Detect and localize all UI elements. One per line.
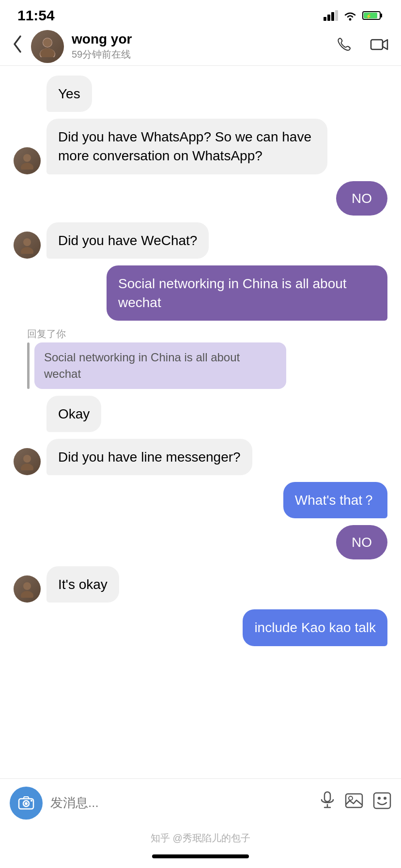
svg-point-19 bbox=[21, 464, 33, 470]
svg-text:⚡: ⚡ bbox=[366, 13, 372, 19]
svg-point-21 bbox=[21, 591, 33, 598]
signal-icon bbox=[324, 10, 338, 21]
sender-avatar bbox=[14, 448, 41, 475]
status-time: 11:54 bbox=[17, 7, 55, 24]
input-bar bbox=[0, 778, 401, 827]
message-bubble: What's that？ bbox=[283, 482, 387, 518]
reply-label: 回复了你 bbox=[27, 327, 387, 341]
message-row: Yes bbox=[14, 76, 387, 112]
svg-point-24 bbox=[25, 802, 28, 805]
svg-point-14 bbox=[23, 154, 31, 162]
sender-avatar bbox=[14, 575, 41, 603]
message-row: Did you have WhatsApp? So we can have mo… bbox=[14, 119, 387, 174]
message-row: It's okay bbox=[14, 566, 387, 603]
status-bar: 11:54 ⚡ bbox=[0, 0, 401, 27]
mic-button[interactable] bbox=[320, 791, 335, 815]
contact-name: wong yor bbox=[72, 31, 335, 47]
home-indicator bbox=[0, 850, 401, 868]
svg-rect-1 bbox=[327, 15, 330, 21]
back-button[interactable] bbox=[12, 34, 23, 58]
message-bubble: Okay bbox=[46, 396, 101, 432]
image-button[interactable] bbox=[345, 792, 363, 814]
input-actions bbox=[320, 791, 391, 815]
svg-rect-0 bbox=[324, 17, 326, 21]
message-row: NO bbox=[14, 525, 387, 559]
status-icons: ⚡ bbox=[324, 10, 384, 21]
svg-point-4 bbox=[349, 18, 352, 21]
avatar-silhouette bbox=[37, 36, 58, 57]
sender-avatar bbox=[14, 147, 41, 174]
reply-bar bbox=[27, 342, 30, 388]
svg-point-18 bbox=[23, 455, 31, 463]
home-bar bbox=[152, 854, 249, 858]
svg-point-15 bbox=[21, 163, 33, 170]
battery-icon: ⚡ bbox=[362, 10, 384, 21]
svg-point-25 bbox=[31, 800, 32, 802]
reply-block: Social networking in China is all about … bbox=[27, 342, 387, 388]
svg-rect-2 bbox=[331, 12, 334, 21]
message-row: What's that？ bbox=[14, 482, 387, 518]
message-row: Did you have line messenger? bbox=[14, 439, 387, 475]
svg-rect-31 bbox=[374, 793, 390, 808]
message-row: NO bbox=[14, 181, 387, 216]
contact-status: 59分钟前在线 bbox=[72, 48, 335, 61]
reply-quoted: Social networking in China is all about … bbox=[34, 342, 286, 388]
message-row: Did you have WeChat? bbox=[14, 222, 387, 259]
svg-point-20 bbox=[23, 582, 31, 590]
video-button[interactable] bbox=[370, 36, 389, 57]
svg-rect-3 bbox=[335, 10, 338, 21]
message-bubble: Did you have WeChat? bbox=[46, 222, 209, 259]
message-bubble: Did you have line messenger? bbox=[46, 439, 252, 475]
contact-info: wong yor 59分钟前在线 bbox=[72, 31, 335, 61]
message-bubble: Did you have WhatsApp? So we can have mo… bbox=[46, 119, 327, 174]
svg-rect-26 bbox=[324, 792, 330, 802]
svg-point-16 bbox=[23, 238, 31, 246]
svg-point-11 bbox=[43, 38, 52, 47]
call-button[interactable] bbox=[335, 36, 353, 57]
nav-bar: wong yor 59分钟前在线 bbox=[0, 27, 401, 66]
avatar bbox=[31, 30, 64, 63]
svg-point-30 bbox=[349, 796, 353, 800]
svg-rect-6 bbox=[380, 14, 382, 17]
message-bubble: It's okay bbox=[46, 566, 119, 603]
message-input[interactable] bbox=[50, 789, 312, 818]
reply-context: 回复了你 Social networking in China is all a… bbox=[20, 327, 387, 388]
message-row: Social networking in China is all about … bbox=[14, 265, 387, 321]
message-bubble: NO bbox=[336, 525, 387, 559]
camera-button[interactable] bbox=[10, 787, 43, 820]
message-bubble: NO bbox=[336, 181, 387, 216]
svg-rect-29 bbox=[346, 794, 362, 807]
message-bubble: Social networking in China is all about … bbox=[107, 265, 387, 321]
svg-rect-13 bbox=[371, 40, 383, 49]
message-row: Okay bbox=[14, 396, 387, 432]
sender-avatar bbox=[14, 232, 41, 259]
message-bubble: include Kao kao talk bbox=[243, 609, 387, 646]
chat-area: Yes Did you have WhatsApp? So we can hav… bbox=[0, 66, 401, 778]
message-bubble: Yes bbox=[46, 76, 92, 112]
sticker-button[interactable] bbox=[373, 792, 391, 814]
wifi-icon bbox=[343, 10, 357, 21]
svg-point-12 bbox=[40, 48, 55, 57]
message-row: include Kao kao talk bbox=[14, 609, 387, 646]
svg-point-17 bbox=[21, 247, 33, 254]
watermark: 知乎 @秀珉陷儿的包子 bbox=[0, 827, 401, 850]
svg-point-32 bbox=[378, 797, 381, 800]
nav-actions bbox=[335, 36, 389, 57]
svg-point-33 bbox=[384, 797, 386, 800]
